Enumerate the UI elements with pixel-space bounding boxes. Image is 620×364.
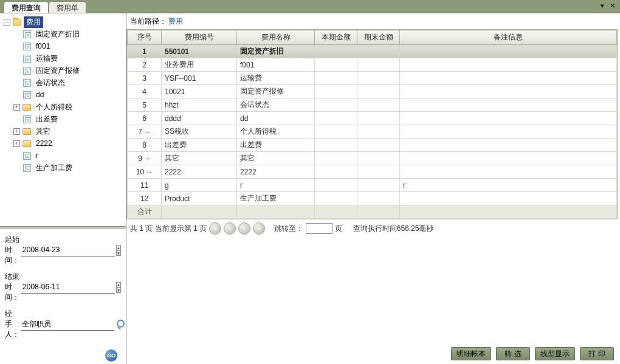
end-date-input[interactable]	[21, 281, 115, 294]
tree-item[interactable]: 会话状态	[11, 77, 125, 89]
tree-item[interactable]: f001	[11, 40, 125, 52]
spacer	[13, 165, 20, 171]
tree-item[interactable]: 固定资产折旧	[11, 28, 125, 40]
cell-name: 2222	[237, 165, 315, 179]
tree-item-label: dd	[33, 90, 46, 100]
cell-name: 运输费	[237, 72, 315, 85]
cell-code: 2222	[162, 165, 237, 179]
cell-code: 10021	[162, 85, 237, 98]
tree-item[interactable]: dd	[11, 89, 125, 101]
tree-item[interactable]: 运输费	[11, 52, 125, 64]
tab-expense-query[interactable]: 费用查询	[4, 1, 49, 13]
detail-button[interactable]: 明细帐本	[451, 347, 491, 360]
end-date-spinner[interactable]: ▲▼	[116, 282, 121, 293]
cell-name: r	[237, 179, 315, 192]
folder-icon	[22, 103, 32, 111]
col-current[interactable]: 本期金额	[315, 30, 357, 45]
cell-ending	[357, 179, 400, 192]
cell-current	[315, 179, 357, 192]
table-row[interactable]: 1550101固定资产折旧	[128, 45, 617, 58]
cell-index: 6	[128, 112, 162, 125]
tree-item[interactable]: +个人所得税	[11, 101, 125, 113]
col-ending[interactable]: 期末金额	[357, 30, 400, 45]
print-button[interactable]: 打 印	[580, 347, 614, 360]
go-button[interactable]: GO	[105, 349, 117, 362]
expand-icon[interactable]: +	[13, 140, 20, 147]
cell-code: 业务费用	[162, 58, 237, 72]
cell-code: g	[162, 179, 237, 192]
cell-remark	[400, 98, 617, 112]
tree-item-label: 生产加工费	[33, 162, 75, 174]
tree-item[interactable]: 固定资产报修	[11, 64, 125, 77]
cell-code: Product	[162, 192, 237, 205]
filter-button[interactable]: 筛 选	[496, 347, 530, 360]
cell-ending	[357, 72, 400, 85]
pager-next-icon[interactable]: ›	[238, 222, 250, 235]
table-row[interactable]: 5hhzt会话状态	[128, 98, 617, 112]
cell-name: 固定资产折旧	[237, 45, 315, 58]
table-row[interactable]: 2业务费用f001	[128, 58, 617, 72]
tree-item[interactable]: 出差费	[11, 113, 125, 125]
close-icon[interactable]: ✕	[608, 1, 616, 10]
tree-item-label: 运输费	[33, 53, 60, 64]
cell-remark	[400, 192, 617, 205]
spacer	[13, 116, 20, 123]
expand-icon[interactable]: +	[13, 104, 20, 111]
table-row[interactable]: 410021固定资产报修	[128, 85, 617, 98]
table-row[interactable]: 10→22222222	[128, 165, 617, 179]
tree-item[interactable]: 生产加工费	[11, 162, 125, 174]
table-row[interactable]: 12Product生产加工费	[128, 192, 617, 205]
minimize-icon[interactable]: ▾	[598, 1, 607, 10]
table-row[interactable]: 8出差费出差费	[128, 139, 617, 152]
pager-prev-icon[interactable]: ‹	[224, 222, 236, 235]
handler-input[interactable]	[21, 318, 114, 331]
file-icon	[22, 163, 32, 172]
table-row[interactable]: 7→SS税收个人所得税	[128, 125, 617, 139]
breadcrumb-link[interactable]: 费用	[168, 17, 183, 26]
tree-view: − 费用 固定资产折旧f001运输费固定资产报修会话状态dd+个人所得税出差费+…	[0, 13, 126, 226]
table-row[interactable]: 11grr	[128, 179, 617, 192]
start-date-input[interactable]	[21, 244, 115, 256]
cell-index: 1	[128, 45, 162, 58]
tree-item[interactable]: r	[11, 149, 125, 162]
cell-remark	[400, 58, 617, 72]
tree-item-label: 2222	[33, 139, 55, 148]
tree-item-label: 固定资产折旧	[33, 29, 82, 40]
spacer	[13, 43, 20, 50]
tree-item-label: 会话状态	[33, 77, 67, 89]
tree-root[interactable]: − 费用	[1, 16, 125, 28]
pager-first-icon[interactable]: «	[209, 222, 221, 235]
cell-name: f001	[237, 58, 315, 72]
tree-root-label: 费用	[24, 16, 43, 28]
cell-code: 出差费	[162, 139, 237, 152]
col-remark[interactable]: 备注信息	[400, 30, 617, 45]
cell-index: 8	[128, 139, 162, 152]
table-row[interactable]: 3YSF--001运输费	[128, 72, 617, 85]
file-icon	[22, 115, 32, 123]
table-row[interactable]: 6dddddd	[128, 112, 617, 125]
tree-item[interactable]: +其它	[11, 125, 125, 137]
tree-item[interactable]: +2222	[11, 137, 125, 149]
cell-current	[315, 58, 357, 72]
pager-last-icon[interactable]: »	[253, 222, 265, 235]
search-icon[interactable]	[117, 320, 121, 329]
col-name[interactable]: 费用名称	[237, 30, 315, 45]
start-date-spinner[interactable]: ▲▼	[116, 245, 121, 256]
pager-jump-input[interactable]	[306, 223, 332, 234]
col-code[interactable]: 费用编号	[162, 30, 237, 45]
cell-current	[315, 125, 357, 139]
right-panel: 当前路径： 费用 序号 费用编号 费用名称	[126, 13, 620, 364]
spacer	[13, 153, 20, 159]
folder-icon	[12, 18, 22, 26]
pager-timing: 查询执行时间656.25毫秒	[353, 224, 434, 234]
collapse-icon[interactable]: −	[4, 19, 10, 26]
expand-icon[interactable]: +	[13, 128, 20, 135]
cell-name: 其它	[237, 152, 315, 165]
linestyle-button[interactable]: 线型显示	[535, 347, 575, 360]
cell-current	[315, 72, 357, 85]
table-row[interactable]: 9→其它其它	[128, 152, 617, 165]
tab-expense-sheet[interactable]: 费用单	[49, 1, 86, 13]
cell-remark	[400, 112, 617, 125]
cell-current	[315, 85, 357, 98]
col-index[interactable]: 序号	[128, 30, 162, 45]
